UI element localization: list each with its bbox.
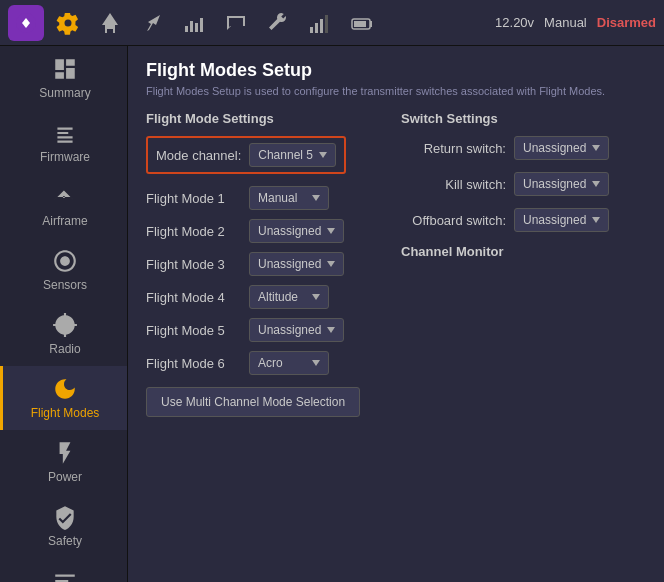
svg-rect-1 [185,26,188,32]
return-switch-dropdown[interactable]: Unassigned [514,136,609,160]
flight-mode-row-3: Flight Mode 3 Unassigned [146,252,391,276]
wrench-icon[interactable] [260,5,296,41]
svg-rect-2 [190,21,193,32]
two-column-layout: Flight Mode Settings Mode channel: Chann… [146,111,646,417]
sidebar-item-radio[interactable]: Radio [0,302,127,366]
vehicle-icon[interactable] [92,5,128,41]
settings-icon[interactable] [50,5,86,41]
offboard-switch-label: Offboard switch: [401,213,506,228]
kill-switch-dropdown[interactable]: Unassigned [514,172,609,196]
page-subtitle: Flight Modes Setup is used to configure … [146,85,646,97]
sidebar-item-label: Safety [48,534,82,548]
content-area: Flight Modes Setup Flight Modes Setup is… [128,46,664,582]
sidebar-item-summary[interactable]: Summary [0,46,127,110]
top-bar: 12.20v Manual Disarmed [0,0,664,46]
flight-mode-row-5: Flight Mode 5 Unassigned [146,318,391,342]
battery-icon [344,5,380,41]
plan-icon[interactable] [134,5,170,41]
mode-display: Manual [544,15,587,30]
page-title: Flight Modes Setup [146,60,646,81]
return-switch-value: Unassigned [523,141,586,155]
flight-mode-1-value: Manual [258,191,297,205]
flight-mode-2-value: Unassigned [258,224,321,238]
sidebar: Summary Firmware Airframe Sensors Radio … [0,46,128,582]
sidebar-item-label: Sensors [43,278,87,292]
sidebar-item-airframe[interactable]: Airframe [0,174,127,238]
sidebar-item-label: Firmware [40,150,90,164]
flight-mode-4-label: Flight Mode 4 [146,290,241,305]
sidebar-item-power[interactable]: Power [0,430,127,494]
use-multi-channel-button[interactable]: Use Multi Channel Mode Selection [146,387,360,417]
channel-monitor-title: Channel Monitor [401,244,646,259]
chevron-down-icon [312,294,320,300]
flight-mode-settings-col: Flight Mode Settings Mode channel: Chann… [146,111,391,417]
sidebar-item-label: Radio [49,342,80,356]
return-switch-label: Return switch: [401,141,506,156]
chevron-down-icon [327,228,335,234]
sidebar-item-flight-modes[interactable]: Flight Modes [0,366,127,430]
mode-channel-label: Mode channel: [156,148,241,163]
sidebar-item-label: Flight Modes [31,406,100,420]
switch-settings-title: Switch Settings [401,111,646,126]
flight-mode-2-label: Flight Mode 2 [146,224,241,239]
switch-settings-col: Switch Settings Return switch: Unassigne… [391,111,646,417]
flight-mode-2-dropdown[interactable]: Unassigned [249,219,344,243]
flight-mode-4-value: Altitude [258,290,298,304]
flight-mode-6-value: Acro [258,356,283,370]
flight-mode-row-1: Flight Mode 1 Manual [146,186,391,210]
svg-rect-7 [320,19,323,33]
app-logo-icon[interactable] [8,5,44,41]
sidebar-item-sensors[interactable]: Sensors [0,238,127,302]
mode-channel-row: Mode channel: Channel 5 [146,136,346,174]
svg-rect-8 [325,15,328,33]
messages-icon[interactable] [218,5,254,41]
flight-mode-1-label: Flight Mode 1 [146,191,241,206]
sidebar-item-label: Airframe [42,214,87,228]
flight-mode-3-value: Unassigned [258,257,321,271]
kill-switch-row: Kill switch: Unassigned [401,172,646,196]
svg-rect-4 [200,18,203,32]
chevron-down-icon [592,181,600,187]
offboard-switch-row: Offboard switch: Unassigned [401,208,646,232]
chevron-down-icon [312,195,320,201]
chevron-down-icon [312,360,320,366]
mode-channel-value: Channel 5 [258,148,313,162]
sidebar-item-label: Summary [39,86,90,100]
status-bar: 12.20v Manual Disarmed [495,15,656,30]
main-layout: Summary Firmware Airframe Sensors Radio … [0,46,664,582]
offboard-switch-value: Unassigned [523,213,586,227]
kill-switch-label: Kill switch: [401,177,506,192]
svg-rect-5 [310,27,313,33]
kill-switch-value: Unassigned [523,177,586,191]
voltage-display: 12.20v [495,15,534,30]
sidebar-item-label: Power [48,470,82,484]
flight-mode-row-6: Flight Mode 6 Acro [146,351,391,375]
flight-mode-6-dropdown[interactable]: Acro [249,351,329,375]
chevron-down-icon [592,145,600,151]
flight-mode-5-value: Unassigned [258,323,321,337]
sidebar-item-tuning[interactable]: Tuning [0,558,127,582]
flight-mode-5-dropdown[interactable]: Unassigned [249,318,344,342]
flight-mode-settings-title: Flight Mode Settings [146,111,391,126]
svg-rect-6 [315,23,318,33]
svg-rect-3 [195,23,198,32]
sidebar-item-firmware[interactable]: Firmware [0,110,127,174]
chevron-down-icon [592,217,600,223]
sidebar-item-safety[interactable]: Safety [0,494,127,558]
flight-mode-6-label: Flight Mode 6 [146,356,241,371]
flight-mode-3-dropdown[interactable]: Unassigned [249,252,344,276]
flight-mode-row-4: Flight Mode 4 Altitude [146,285,391,309]
flight-mode-3-label: Flight Mode 3 [146,257,241,272]
offboard-switch-dropdown[interactable]: Unassigned [514,208,609,232]
svg-rect-10 [354,21,366,27]
mode-channel-dropdown[interactable]: Channel 5 [249,143,336,167]
flight-mode-4-dropdown[interactable]: Altitude [249,285,329,309]
flight-mode-row-2: Flight Mode 2 Unassigned [146,219,391,243]
chevron-down-icon [327,327,335,333]
return-switch-row: Return switch: Unassigned [401,136,646,160]
flight-mode-1-dropdown[interactable]: Manual [249,186,329,210]
arm-status-display: Disarmed [597,15,656,30]
chevron-down-icon [319,152,327,158]
signal-icon [302,5,338,41]
analyze-icon[interactable] [176,5,212,41]
